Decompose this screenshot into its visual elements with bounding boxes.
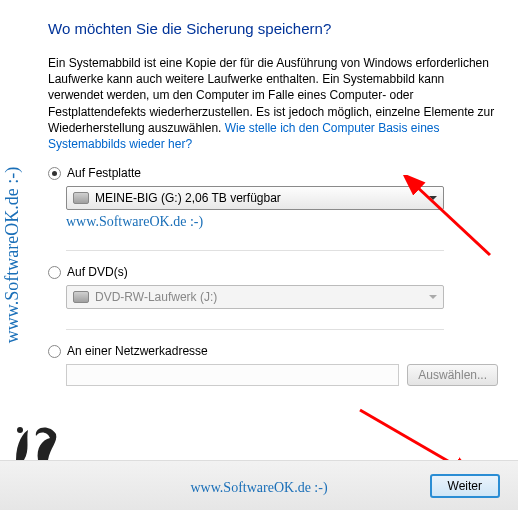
dropdown-harddisk-value: MEINE-BIG (G:) 2,06 TB verfügbar xyxy=(95,191,281,205)
drive-icon xyxy=(73,192,89,204)
divider xyxy=(66,329,444,330)
watermark-inline-1: www.SoftwareOK.de :-) xyxy=(66,214,498,230)
chevron-down-icon xyxy=(429,196,437,200)
dropdown-harddisk[interactable]: MEINE-BIG (G:) 2,06 TB verfügbar xyxy=(66,186,444,210)
description-text: Ein Systemabbild ist eine Kopie der für … xyxy=(48,55,498,152)
browse-button: Auswählen... xyxy=(407,364,498,386)
divider xyxy=(66,250,444,251)
watermark-inline-2: www.SoftwareOK.de :-) xyxy=(190,480,327,496)
radio-dvd[interactable] xyxy=(48,266,61,279)
network-row: Auswählen... xyxy=(66,364,498,386)
svg-point-4 xyxy=(17,427,23,433)
next-button[interactable]: Weiter xyxy=(430,474,500,498)
option-dvd[interactable]: Auf DVD(s) xyxy=(48,265,498,279)
option-harddisk-label: Auf Festplatte xyxy=(67,166,141,180)
option-network[interactable]: An einer Netzwerkadresse xyxy=(48,344,498,358)
page-title: Wo möchten Sie die Sicherung speichern? xyxy=(48,20,498,37)
network-path-input[interactable] xyxy=(66,364,399,386)
radio-network[interactable] xyxy=(48,345,61,358)
option-harddisk[interactable]: Auf Festplatte xyxy=(48,166,498,180)
main-content: Wo möchten Sie die Sicherung speichern? … xyxy=(0,0,518,406)
footer-bar: www.SoftwareOK.de :-) Weiter xyxy=(0,460,518,510)
disc-icon xyxy=(73,291,89,303)
option-network-label: An einer Netzwerkadresse xyxy=(67,344,208,358)
radio-harddisk[interactable] xyxy=(48,167,61,180)
dropdown-dvd-value: DVD-RW-Laufwerk (J:) xyxy=(95,290,217,304)
chevron-down-icon xyxy=(429,295,437,299)
dropdown-dvd: DVD-RW-Laufwerk (J:) xyxy=(66,285,444,309)
option-dvd-label: Auf DVD(s) xyxy=(67,265,128,279)
